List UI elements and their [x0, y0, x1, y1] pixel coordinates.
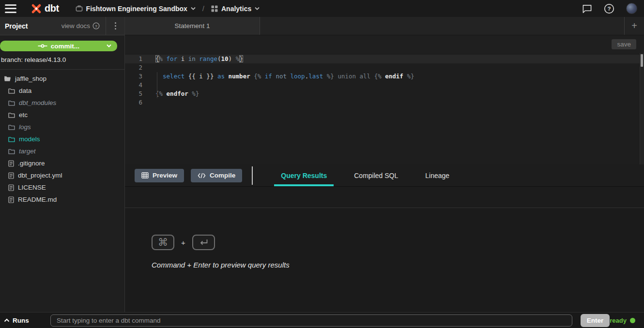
- code-line-2[interactable]: 2: [125, 63, 644, 72]
- code-line-text: select {{ i }} as number {% if not loop.…: [144, 72, 414, 81]
- folder-icon: [8, 100, 15, 106]
- avatar[interactable]: [626, 3, 637, 14]
- editor-tab-bar: Statement 1 +: [125, 17, 644, 35]
- file-icon: [8, 184, 14, 191]
- code-line-text: {% for i in range(10) %}: [144, 55, 243, 63]
- top-bar: dbt Fishtown Engineering Sandbox / Analy…: [0, 0, 644, 17]
- grid-icon: [211, 5, 218, 12]
- command-bar: Runs Enter ready: [0, 312, 644, 328]
- code-line-5[interactable]: 5{% endfor %}: [125, 89, 644, 98]
- line-number: 3: [125, 72, 144, 81]
- tree-item-label: LICENSE: [18, 184, 46, 191]
- file-icon: [8, 172, 14, 179]
- chevron-up-icon: [4, 318, 10, 322]
- project-name: Analytics: [221, 5, 251, 13]
- chat-icon[interactable]: [582, 4, 592, 14]
- folder-icon: [8, 112, 15, 118]
- tree-item-jaffle-shop[interactable]: jaffle_shop: [0, 73, 124, 85]
- code-line-text: [144, 63, 155, 72]
- code-line-text: [144, 81, 155, 89]
- sidebar-header: Project view docs ?: [0, 17, 124, 35]
- runs-label: Runs: [13, 317, 29, 324]
- preview-button[interactable]: Preview: [135, 169, 184, 182]
- new-tab-button[interactable]: +: [625, 17, 644, 35]
- folder-icon: [8, 136, 15, 142]
- tab-label: Statement 1: [175, 22, 210, 30]
- runs-toggle[interactable]: Runs: [4, 317, 50, 324]
- results-toolbar: Preview Compile Query ResultsCompiled SQ…: [125, 164, 644, 187]
- account-switcher[interactable]: Fishtown Engineering Sandbox: [76, 5, 196, 13]
- tree-item-label: dbt_modules: [19, 99, 56, 106]
- tree-item-label: data: [19, 87, 31, 94]
- results-empty-state: ⌘ + Command + Enter to preview query res…: [125, 208, 644, 312]
- commit-dropdown-chevron-icon[interactable]: [107, 44, 111, 47]
- code-line-6[interactable]: 6: [125, 98, 644, 107]
- folder-icon: [8, 88, 15, 94]
- dbt-wordmark: dbt: [45, 3, 59, 14]
- file-icon: [8, 196, 14, 203]
- tree-item-label: README.md: [18, 196, 57, 203]
- branch-commit-icon: [38, 43, 47, 49]
- dbt-cloud-ide: dbt Fishtown Engineering Sandbox / Analy…: [0, 0, 644, 328]
- folder-icon: [8, 124, 15, 130]
- dbt-command-input[interactable]: [50, 314, 572, 327]
- help-circle-icon: ?: [92, 22, 100, 30]
- tree-item-data[interactable]: data: [0, 85, 124, 97]
- tree-item-readme-md[interactable]: README.md: [0, 194, 124, 206]
- plus-icon: +: [631, 20, 637, 31]
- code-brackets-icon: [198, 173, 206, 179]
- indent-guide: [157, 72, 157, 98]
- view-docs-link[interactable]: view docs ?: [61, 22, 100, 30]
- tree-item-dbt-modules[interactable]: dbt_modules: [0, 97, 124, 109]
- tree-item-label: .gitignore: [18, 160, 45, 167]
- tree-item-label: dbt_project.yml: [18, 172, 62, 179]
- compile-button-label: Compile: [210, 172, 235, 179]
- editor-scrollbar[interactable]: [640, 53, 644, 164]
- tree-item-label: jaffle_shop: [15, 75, 46, 82]
- svg-text:?: ?: [95, 24, 97, 29]
- tree-item-etc[interactable]: etc: [0, 109, 124, 121]
- dbt-logo[interactable]: dbt: [30, 2, 59, 15]
- hamburger-menu-icon[interactable]: [5, 4, 16, 13]
- chevron-down-icon: [255, 7, 260, 10]
- tree-item-logs[interactable]: logs: [0, 121, 124, 133]
- divider: [0, 69, 124, 70]
- results-tabs: Query ResultsCompiled SQLLineage: [267, 164, 463, 186]
- tab-query-results[interactable]: Query Results: [274, 164, 334, 186]
- code-line-4[interactable]: 4: [125, 81, 644, 89]
- tree-item-label: logs: [19, 123, 31, 131]
- tree-item--gitignore[interactable]: .gitignore: [0, 157, 124, 169]
- svg-text:?: ?: [607, 6, 611, 12]
- tree-item-license[interactable]: LICENSE: [0, 181, 124, 194]
- save-button[interactable]: save: [612, 39, 636, 49]
- code-line-3[interactable]: 3 select {{ i }} as number {% if not loo…: [125, 72, 644, 81]
- view-docs-label: view docs: [61, 22, 90, 30]
- tree-item-label: models: [19, 135, 40, 143]
- project-panel-title: Project: [5, 22, 28, 30]
- table-grid-icon: [141, 172, 149, 179]
- preview-button-label: Preview: [153, 172, 177, 179]
- briefcase-icon: [76, 5, 83, 12]
- tree-item-target[interactable]: target: [0, 145, 124, 157]
- code-line-1[interactable]: 1{% for i in range(10) %}: [125, 55, 644, 63]
- enter-button[interactable]: Enter: [581, 314, 610, 327]
- line-number: 4: [125, 81, 144, 89]
- tab-statement-1[interactable]: Statement 1: [125, 17, 260, 35]
- help-icon[interactable]: ?: [604, 3, 614, 14]
- code-editor[interactable]: 1{% for i in range(10) %}23 select {{ i …: [125, 53, 644, 164]
- command-key-icon: ⌘: [152, 235, 174, 250]
- status-text: ready: [610, 317, 627, 324]
- tab-lineage[interactable]: Lineage: [418, 164, 456, 186]
- sidebar-menu-kebab-icon[interactable]: [106, 22, 124, 30]
- tree-item-label: target: [19, 148, 36, 155]
- divider: [252, 166, 253, 185]
- tab-compiled-sql[interactable]: Compiled SQL: [347, 164, 405, 186]
- tree-item-dbt-project-yml[interactable]: dbt_project.yml: [0, 169, 124, 181]
- file-icon: [8, 160, 14, 167]
- tree-item-models[interactable]: models: [0, 133, 124, 145]
- compile-button[interactable]: Compile: [191, 169, 242, 182]
- shortcut-hint: ⌘ +: [152, 235, 644, 250]
- project-switcher[interactable]: Analytics: [211, 5, 260, 13]
- commit-button[interactable]: commit...: [0, 41, 117, 51]
- tab-label: Lineage: [425, 172, 449, 179]
